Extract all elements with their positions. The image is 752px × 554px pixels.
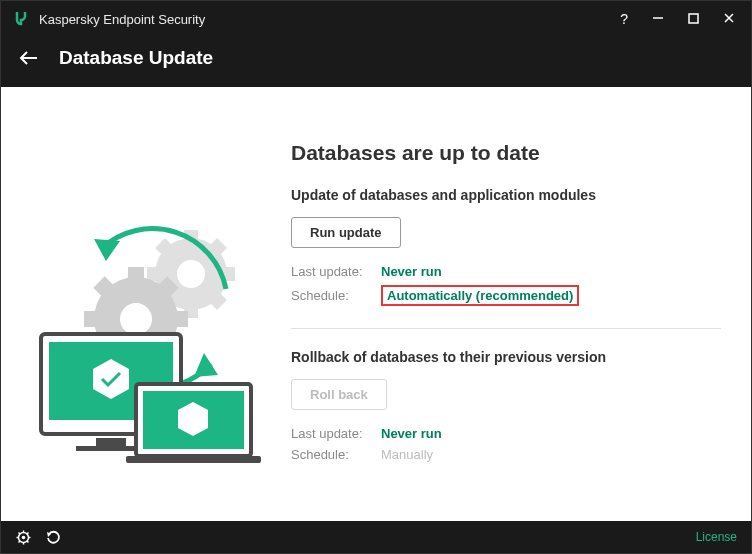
update-schedule-row: Schedule: Automatically (recommended) bbox=[291, 285, 721, 306]
section-divider bbox=[291, 328, 721, 329]
rollback-schedule-label: Schedule: bbox=[291, 447, 381, 462]
close-button[interactable] bbox=[723, 11, 735, 27]
update-illustration bbox=[21, 117, 281, 501]
back-button[interactable] bbox=[17, 46, 41, 70]
svg-line-7 bbox=[160, 243, 169, 252]
svg-line-39 bbox=[18, 532, 20, 534]
update-last-value: Never run bbox=[381, 264, 442, 279]
svg-rect-1 bbox=[689, 14, 698, 23]
titlebar: Kaspersky Endpoint Security ? bbox=[1, 1, 751, 37]
rollback-button: Roll back bbox=[291, 379, 387, 410]
svg-line-20 bbox=[162, 282, 173, 293]
svg-marker-22 bbox=[94, 239, 120, 261]
svg-line-10 bbox=[213, 243, 222, 252]
content-area: Databases are up to date Update of datab… bbox=[1, 87, 751, 521]
update-schedule-link[interactable]: Automatically (recommended) bbox=[381, 285, 579, 306]
run-update-button[interactable]: Run update bbox=[291, 217, 401, 248]
svg-marker-23 bbox=[194, 353, 218, 377]
svg-point-21 bbox=[120, 303, 152, 335]
rollback-section-title: Rollback of databases to their previous … bbox=[291, 349, 721, 365]
rollback-last-value: Never run bbox=[381, 426, 442, 441]
svg-point-11 bbox=[177, 260, 205, 288]
svg-line-17 bbox=[99, 282, 110, 293]
window-controls: ? bbox=[620, 11, 735, 27]
svg-line-42 bbox=[26, 532, 28, 534]
update-schedule-label: Schedule: bbox=[291, 288, 381, 303]
update-last-label: Last update: bbox=[291, 264, 381, 279]
rollback-last-label: Last update: bbox=[291, 426, 381, 441]
minimize-button[interactable] bbox=[652, 11, 664, 27]
svg-rect-26 bbox=[96, 438, 126, 446]
settings-icon[interactable] bbox=[15, 529, 31, 545]
app-window: Kaspersky Endpoint Security ? Database U… bbox=[0, 0, 752, 554]
status-heading: Databases are up to date bbox=[291, 141, 721, 165]
license-link[interactable]: License bbox=[696, 530, 737, 544]
svg-line-8 bbox=[213, 296, 222, 305]
svg-rect-31 bbox=[126, 456, 261, 463]
help-button[interactable]: ? bbox=[620, 11, 628, 27]
app-title: Kaspersky Endpoint Security bbox=[39, 12, 620, 27]
refresh-icon[interactable] bbox=[45, 529, 61, 545]
app-logo-icon bbox=[13, 11, 29, 27]
main-panel: Databases are up to date Update of datab… bbox=[291, 117, 721, 501]
svg-line-41 bbox=[18, 540, 20, 542]
maximize-button[interactable] bbox=[688, 11, 699, 27]
svg-line-40 bbox=[26, 540, 28, 542]
rollback-schedule-row: Schedule: Manually bbox=[291, 447, 721, 462]
rollback-last-row: Last update: Never run bbox=[291, 426, 721, 441]
header-bar: Database Update bbox=[1, 37, 751, 87]
page-title: Database Update bbox=[59, 47, 213, 69]
footer-bar: License bbox=[1, 521, 751, 553]
update-last-row: Last update: Never run bbox=[291, 264, 721, 279]
rollback-schedule-value: Manually bbox=[381, 447, 433, 462]
update-section-title: Update of databases and application modu… bbox=[291, 187, 721, 203]
svg-point-34 bbox=[21, 535, 25, 539]
